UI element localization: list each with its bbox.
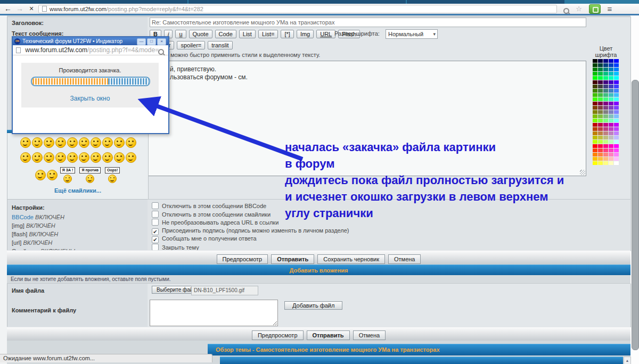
- palette-color[interactable]: [609, 157, 613, 161]
- palette-color[interactable]: [614, 148, 619, 152]
- toolbar-button[interactable]: spoiler=: [177, 41, 205, 49]
- palette-color[interactable]: [609, 127, 613, 131]
- checkbox[interactable]: ✔: [152, 228, 159, 235]
- palette-color[interactable]: [593, 97, 597, 101]
- palette-color[interactable]: [603, 102, 608, 105]
- palette-color[interactable]: [603, 127, 608, 131]
- address-bar[interactable]: www.forum.ut2fw.com/posting.php?mode=rep…: [38, 5, 557, 13]
- palette-color[interactable]: [609, 59, 613, 63]
- toolbar-button[interactable]: translit: [208, 41, 232, 49]
- smiley-icon[interactable]: [67, 137, 78, 148]
- popup-address-bar[interactable]: www.forum.ut2fw.com/posting.php?f=4&mode…: [13, 45, 168, 55]
- smiley-icon[interactable]: [114, 152, 125, 163]
- smiley-icon[interactable]: [79, 152, 89, 163]
- checkbox[interactable]: ✔: [152, 236, 159, 243]
- palette-color[interactable]: [609, 97, 613, 101]
- add-file-button[interactable]: Добавить файл: [284, 301, 342, 310]
- bbcode-link[interactable]: BBCode: [12, 214, 34, 220]
- palette-color[interactable]: [598, 114, 603, 118]
- palette-color[interactable]: [593, 157, 597, 161]
- palette-color[interactable]: [593, 140, 597, 144]
- palette-color[interactable]: [603, 89, 608, 93]
- palette-color[interactable]: [598, 153, 603, 156]
- palette-color[interactable]: [614, 93, 619, 97]
- more-smilies-link[interactable]: Ещё смайлики...: [7, 187, 148, 194]
- palette-color[interactable]: [598, 72, 603, 76]
- palette-color[interactable]: [609, 93, 613, 97]
- smiley-sign[interactable]: Я против: [79, 167, 101, 183]
- form-button[interactable]: Предпросмотр: [252, 330, 304, 340]
- palette-color[interactable]: [609, 161, 613, 165]
- palette-color[interactable]: [609, 102, 613, 105]
- palette-color[interactable]: [609, 153, 613, 156]
- palette-color[interactable]: [593, 110, 597, 114]
- palette-color[interactable]: [603, 63, 608, 67]
- palette-color[interactable]: [603, 97, 608, 101]
- smiley-sign[interactable]: Oops!: [105, 167, 120, 183]
- palette-color[interactable]: [598, 119, 603, 122]
- smiley-icon[interactable]: [126, 137, 136, 148]
- toolbar-button[interactable]: Img: [297, 30, 314, 38]
- palette-color[interactable]: [603, 161, 608, 165]
- palette-color[interactable]: [614, 106, 619, 110]
- palette-color[interactable]: [593, 80, 597, 84]
- palette-color[interactable]: [593, 131, 597, 135]
- palette-color[interactable]: [614, 161, 619, 165]
- palette-color[interactable]: [598, 85, 603, 88]
- forward-icon[interactable]: →: [15, 4, 24, 14]
- palette-color[interactable]: [593, 127, 597, 131]
- palette-color[interactable]: [609, 76, 613, 80]
- palette-color[interactable]: [593, 153, 597, 156]
- smiley-icon[interactable]: [20, 137, 31, 148]
- smiley-icon[interactable]: [44, 137, 54, 148]
- palette-color[interactable]: [598, 97, 603, 101]
- smiley-icon[interactable]: [114, 137, 125, 148]
- palette-color[interactable]: [614, 80, 619, 84]
- palette-color[interactable]: [603, 157, 608, 161]
- palette-color[interactable]: [614, 123, 619, 127]
- palette-color[interactable]: [609, 106, 613, 110]
- palette-color[interactable]: [603, 144, 608, 148]
- toolbar-button[interactable]: u: [175, 30, 186, 38]
- smiley-icon[interactable]: [20, 152, 31, 163]
- comment-textarea[interactable]: [150, 300, 278, 326]
- smiley-icon[interactable]: [67, 152, 78, 163]
- palette-color[interactable]: [593, 63, 597, 67]
- palette-color[interactable]: [614, 110, 619, 114]
- form-button[interactable]: Отправить: [307, 330, 350, 340]
- palette-color[interactable]: [609, 110, 613, 114]
- palette-color[interactable]: [603, 136, 608, 139]
- subject-input[interactable]: [150, 18, 586, 27]
- palette-color[interactable]: [598, 148, 603, 152]
- toolbar-button[interactable]: [*]: [281, 30, 293, 38]
- palette-color[interactable]: [598, 68, 603, 71]
- menu-icon[interactable]: ≡: [605, 4, 615, 14]
- smiley-icon[interactable]: [55, 137, 66, 148]
- palette-color[interactable]: [614, 153, 619, 156]
- palette-color[interactable]: [603, 110, 608, 114]
- palette-color[interactable]: [609, 72, 613, 76]
- palette-color[interactable]: [598, 127, 603, 131]
- smiley-icon[interactable]: [47, 170, 58, 180]
- palette-color[interactable]: [598, 144, 603, 148]
- toolbar-button[interactable]: Quote: [189, 30, 212, 38]
- close-icon[interactable]: ×: [157, 38, 166, 45]
- popup-title-bar[interactable]: DN Технический форум UT2FW • Индикатор з…: [13, 37, 168, 45]
- smiley-icon[interactable]: [32, 152, 43, 163]
- palette-color[interactable]: [593, 89, 597, 93]
- minimize-icon[interactable]: —: [137, 38, 146, 45]
- palette-color[interactable]: [609, 80, 613, 84]
- toolbar-button[interactable]: List: [239, 30, 256, 38]
- palette-color[interactable]: [603, 119, 608, 122]
- palette-color[interactable]: [614, 85, 619, 88]
- palette-color[interactable]: [598, 106, 603, 110]
- palette-color[interactable]: [593, 72, 597, 76]
- palette-color[interactable]: [598, 140, 603, 144]
- palette-color[interactable]: [603, 114, 608, 118]
- palette-color[interactable]: [609, 123, 613, 127]
- palette-color[interactable]: [603, 76, 608, 80]
- form-button[interactable]: Отмена: [353, 330, 386, 340]
- star-icon[interactable]: ☆: [574, 4, 584, 14]
- checkbox[interactable]: [152, 244, 159, 251]
- palette-color[interactable]: [614, 76, 619, 80]
